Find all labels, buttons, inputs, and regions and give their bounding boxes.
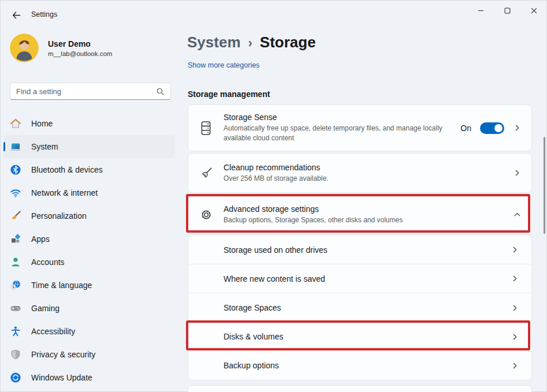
search-icon [156, 87, 165, 96]
advanced-storage-title: Advanced storage settings [224, 204, 513, 214]
system-icon [10, 141, 21, 152]
user-account[interactable]: User Demo m__lab@outlook.com [10, 33, 112, 62]
network-wifi-icon [10, 187, 21, 199]
show-more-categories-link[interactable]: Show more categories [188, 61, 259, 69]
sidebar-nav: Home System Bluetooth & devices Network … [3, 112, 174, 389]
storage-sense-toggle[interactable] [480, 122, 504, 134]
sidebar-item-accounts[interactable]: Accounts [3, 251, 174, 274]
sidebar-item-bluetooth-devices[interactable]: Bluetooth & devices [3, 158, 174, 181]
chevron-right-icon [513, 169, 522, 177]
user-email: m__lab@outlook.com [48, 50, 112, 57]
sidebar-item-system[interactable]: System [3, 135, 174, 158]
chevron-right-icon [513, 124, 522, 132]
disks-volumes-row[interactable]: Disks & volumes [188, 323, 531, 352]
sidebar-item-gaming[interactable]: Gaming [3, 297, 174, 320]
cleanup-title: Cleanup recommendations [224, 163, 513, 172]
partial-next-card [188, 385, 532, 392]
sidebar-item-label: Network & internet [31, 188, 98, 197]
section-title: Storage management [188, 89, 270, 99]
window-title: Settings [31, 10, 57, 18]
home-icon [10, 118, 21, 129]
sidebar-item-home[interactable]: Home [3, 112, 174, 135]
cleanup-description: Over 256 MB of storage available. [224, 174, 457, 184]
storage-sense-row[interactable]: Storage Sense Automatically free up spac… [188, 104, 532, 151]
breadcrumb-system[interactable]: System [187, 33, 241, 51]
accessibility-person-icon [10, 326, 21, 337]
advanced-storage-description: Backup options, Storage Spaces, other di… [224, 215, 457, 225]
chevron-right-icon [511, 304, 519, 312]
back-arrow-icon [12, 10, 21, 20]
cleanup-recommendations-row[interactable]: Cleanup recommendations Over 256 MB of s… [188, 153, 532, 193]
advanced-storage-subrows: Storage used on other drives Where new c… [188, 235, 532, 380]
sidebar-item-label: Personalization [31, 211, 87, 221]
gaming-gamepad-icon [10, 303, 21, 314]
sidebar-item-label: Gaming [31, 304, 59, 313]
gear-icon [188, 208, 224, 222]
sidebar-item-label: Home [31, 119, 53, 128]
breadcrumb: System › Storage [187, 33, 316, 51]
sidebar: User Demo m__lab@outlook.com Home System [0, 28, 178, 392]
storage-sense-title: Storage Sense [224, 113, 460, 122]
sidebar-item-label: Apps [31, 234, 50, 244]
chevron-up-icon [513, 210, 522, 219]
sidebar-item-apps[interactable]: Apps [3, 227, 174, 251]
bluetooth-icon [10, 164, 21, 176]
sidebar-item-windows-update[interactable]: Windows Update [3, 366, 174, 389]
subrow-label: Storage used on other drives [224, 245, 328, 255]
storage-sense-description: Automatically free up space, delete temp… [224, 124, 457, 143]
back-button[interactable] [8, 8, 25, 23]
subrow-label: Where new content is saved [224, 274, 325, 283]
toggle-knob [494, 124, 503, 132]
sidebar-item-label: Time & language [31, 281, 92, 290]
toggle-state-label: On [460, 124, 471, 133]
personalization-brush-icon [10, 210, 21, 222]
where-new-content-saved-row[interactable]: Where new content is saved [188, 264, 531, 293]
sidebar-item-label: Windows Update [31, 373, 92, 382]
settings-window: { "window": { "title": "Settings" }, "us… [0, 0, 547, 392]
vertical-scrollbar[interactable] [544, 137, 545, 234]
sidebar-item-label: Bluetooth & devices [31, 165, 103, 174]
backup-options-row[interactable]: Backup options [188, 352, 531, 380]
subrow-label: Backup options [224, 361, 279, 370]
sidebar-item-personalization[interactable]: Personalization [3, 204, 174, 227]
advanced-storage-settings-row[interactable]: Advanced storage settings Backup options… [188, 197, 532, 232]
breadcrumb-separator-icon: › [248, 35, 252, 51]
chevron-right-icon [511, 274, 519, 283]
search-box [10, 83, 171, 100]
user-name: User Demo [48, 39, 112, 48]
sidebar-item-label: Accounts [31, 257, 65, 267]
accounts-person-icon [10, 256, 21, 268]
cleanup-broom-icon [188, 166, 224, 180]
storage-spaces-row[interactable]: Storage Spaces [188, 293, 531, 322]
page-title: Storage [260, 33, 316, 51]
chevron-right-icon [511, 333, 519, 341]
time-language-icon [10, 279, 21, 291]
sidebar-item-label: Privacy & security [31, 350, 95, 359]
subrow-label: Disks & volumes [224, 332, 283, 341]
search-input[interactable] [16, 87, 156, 96]
sidebar-item-label: System [31, 142, 58, 151]
sidebar-item-label: Accessibility [31, 327, 75, 336]
sidebar-item-network-internet[interactable]: Network & internet [3, 181, 174, 204]
sidebar-item-accessibility[interactable]: Accessibility [3, 320, 174, 343]
subrow-label: Storage Spaces [224, 303, 281, 312]
apps-icon [10, 233, 21, 245]
main-content: System › Storage Show more categories St… [178, 0, 547, 392]
storage-sense-icon [188, 121, 224, 136]
windows-update-icon [10, 372, 21, 383]
sidebar-item-privacy-security[interactable]: Privacy & security [3, 343, 174, 366]
chevron-right-icon [511, 361, 519, 370]
sidebar-item-time-language[interactable]: Time & language [3, 274, 174, 297]
privacy-shield-icon [10, 349, 21, 360]
storage-used-other-drives-row[interactable]: Storage used on other drives [188, 236, 531, 264]
chevron-right-icon [511, 245, 519, 254]
avatar [10, 33, 39, 62]
